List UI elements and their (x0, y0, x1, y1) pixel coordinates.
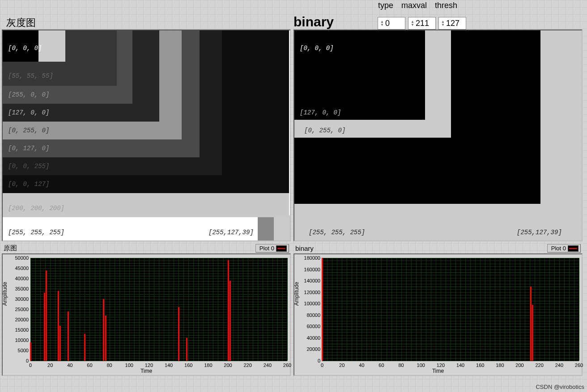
histogram-bar (84, 334, 85, 361)
pixel-annotation: [200, 200, 200] (8, 205, 64, 212)
pixel-annotation: [0, 0, 0] (300, 45, 334, 52)
histogram-bar (322, 258, 323, 361)
thresh-label: thresh (435, 1, 457, 10)
y-tick: 120000 (296, 290, 320, 295)
binary-title: binary (294, 14, 375, 30)
pixel-annotation: [255, 255, 255] (309, 229, 365, 236)
type-label: type (378, 1, 393, 10)
watermark: CSDN @virobotics (536, 384, 584, 390)
y-tick: 45000 (4, 266, 29, 271)
pixel-annotation: [0, 127, 0] (8, 145, 49, 152)
y-tick: 10000 (4, 337, 29, 343)
x-axis-label: Time (4, 367, 288, 374)
y-tick: 40000 (4, 276, 29, 281)
legend-label: Plot 0 (259, 245, 274, 252)
pixel-annotation: [127, 0, 0] (300, 109, 341, 116)
y-tick: 160000 (296, 267, 320, 272)
y-tick: 25000 (4, 307, 29, 312)
pixel-annotation: [0, 255, 0] (8, 127, 49, 134)
y-tick: 15000 (4, 327, 29, 333)
y-tick: 50000 (4, 255, 29, 261)
pixel-annotation: [255,127,39] (517, 229, 562, 236)
y-tick: 60000 (296, 324, 320, 329)
histogram-bar (30, 342, 31, 361)
histogram-bar (58, 291, 59, 361)
maxval-input[interactable] (416, 19, 434, 28)
plot-binary-title: binary (295, 244, 314, 252)
y-tick: 20000 (296, 346, 320, 352)
pixel-annotation: [0, 0, 127] (8, 181, 49, 188)
legend-label: Plot 0 (551, 245, 566, 252)
histogram-bar (178, 307, 179, 361)
maxval-label: maxval (401, 1, 427, 10)
plot-legend-button[interactable]: Plot 0 (255, 244, 289, 253)
plot-gray-title: 原图 (4, 244, 17, 253)
histogram-bar (68, 312, 69, 361)
histogram-bar (105, 316, 106, 361)
histogram-bar (532, 305, 533, 361)
y-tick: 40000 (296, 335, 320, 341)
y-tick: 100000 (296, 301, 320, 306)
type-stepper[interactable]: ▲▼ (378, 17, 405, 30)
binary-image: [0, 0, 0][127, 0, 0][0, 255, 0][255, 255… (294, 30, 583, 241)
x-axis-label: Time (296, 367, 580, 374)
pixel-annotation: [255, 255, 255] (8, 229, 64, 236)
pixel-annotation: [55, 55, 55] (8, 72, 53, 80)
y-tick: 35000 (4, 286, 29, 291)
y-tick: 80000 (296, 312, 320, 318)
gray-histogram-plot[interactable]: Amplitude0500010000150002000025000300003… (4, 256, 288, 373)
pixel-annotation: [0, 0, 255] (8, 163, 49, 170)
pixel-annotation: [0, 0, 0] (8, 45, 42, 52)
y-tick: 140000 (296, 278, 320, 283)
histogram-bar (60, 326, 61, 361)
pixel-annotation: [127, 0, 0] (8, 109, 49, 116)
y-tick: 30000 (4, 296, 29, 302)
maxval-stepper[interactable]: ▲▼ (408, 17, 436, 30)
y-tick: 20000 (4, 317, 29, 322)
plot-legend-button[interactable]: Plot 0 (547, 244, 581, 253)
gray-title: 灰度图 (6, 16, 291, 30)
stepper-arrows-icon[interactable]: ▲▼ (409, 17, 416, 29)
thresh-input[interactable] (446, 19, 464, 28)
histogram-bar (46, 270, 47, 361)
y-tick: 180000 (296, 255, 320, 261)
plot-line-icon (568, 245, 578, 252)
grayscale-image: [0, 0, 0][55, 55, 55][255, 0, 0][127, 0,… (2, 30, 291, 241)
histogram-bar (230, 281, 231, 361)
y-tick: 5000 (4, 348, 29, 353)
histogram-bar (44, 293, 45, 361)
histogram-bar (530, 287, 532, 361)
histogram-bar (186, 338, 187, 361)
stepper-arrows-icon[interactable]: ▲▼ (379, 17, 385, 29)
stepper-arrows-icon[interactable]: ▲▼ (440, 17, 446, 29)
pixel-annotation: [0, 255, 0] (304, 127, 345, 134)
histogram-bar (103, 299, 104, 361)
binary-histogram-plot[interactable]: Amplitude0200004000060000800001000001200… (296, 256, 580, 373)
histogram-bar (228, 260, 229, 361)
thresh-stepper[interactable]: ▲▼ (438, 17, 466, 30)
pixel-annotation: [255, 0, 0] (8, 91, 49, 98)
y-axis-label: Amplitude (2, 282, 8, 306)
pixel-annotation: [255,127,39] (208, 229, 254, 236)
type-input[interactable] (385, 19, 403, 28)
plot-line-icon (276, 245, 287, 252)
